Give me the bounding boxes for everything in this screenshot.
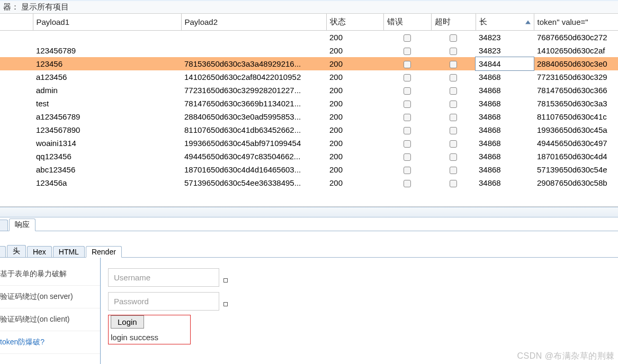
table-row[interactable]: 12345678153650d630c3a3a48929216...200348… — [0, 57, 618, 70]
checkbox-icon — [450, 180, 457, 187]
cell-payload2 — [181, 31, 326, 44]
cell-timeout — [431, 176, 476, 189]
cell-token: 14102650d630c2af — [534, 44, 618, 57]
cell-length: 34868 — [476, 176, 534, 189]
checkbox-icon — [404, 114, 411, 121]
cell-token: 28840650d630c3e0 — [534, 57, 618, 70]
cell-payload1: a123456 — [33, 70, 181, 84]
filter-bar: 器： 显示所有项目 — [0, 0, 618, 14]
cell-timeout — [431, 163, 476, 176]
cell-error — [383, 123, 431, 136]
cell-error — [383, 44, 431, 57]
response-subtabs: 头 Hex HTML Render — [0, 244, 618, 258]
cell-length: 34868 — [476, 136, 534, 150]
cell-dummy — [0, 70, 33, 84]
checkbox-icon — [450, 61, 457, 68]
cell-length: 34868 — [476, 123, 534, 136]
table-row[interactable]: a12345678928840650d630c3e0ad5995853...20… — [0, 110, 618, 123]
cell-error — [383, 176, 431, 189]
tab-response[interactable]: 响应 — [9, 219, 35, 231]
subtab-hex[interactable]: Hex — [27, 246, 52, 257]
cell-status: 200 — [326, 150, 383, 163]
col-length[interactable]: 长 — [476, 14, 534, 31]
table-row[interactable]: woaini131419936650d630c45abf971099454200… — [0, 136, 618, 150]
subtab-html[interactable]: HTML — [53, 246, 85, 257]
checkbox-icon — [404, 101, 411, 108]
checkbox-icon — [404, 34, 411, 42]
col-dummy[interactable] — [0, 14, 33, 31]
col-status[interactable]: 状态 — [326, 14, 383, 31]
checkbox-icon — [404, 180, 411, 187]
cell-error — [383, 31, 431, 44]
table-row[interactable]: test78147650d630c3669b1134021...20034868… — [0, 97, 618, 110]
cell-status: 200 — [326, 123, 383, 136]
cell-dummy — [0, 31, 33, 44]
cell-token: 57139650d630c54e — [534, 163, 618, 176]
table-row[interactable]: admin77231650d630c329928201227...2003486… — [0, 84, 618, 97]
col-error[interactable]: 错误 — [383, 14, 431, 31]
cell-payload2: 28840650d630c3e0ad5995853... — [181, 110, 326, 123]
cell-payload2: 18701650d630c4d4d16465603... — [181, 163, 326, 176]
checkbox-icon — [450, 127, 457, 134]
col-timeout[interactable]: 超时 — [431, 14, 476, 31]
table-row[interactable]: 1234567892003482314102650d630c2af — [0, 44, 618, 57]
nav-item-token[interactable]: token防爆破? — [0, 331, 100, 354]
table-header-row: Payload1 Payload2 状态 错误 超时 长 token" valu… — [0, 14, 618, 31]
col-payload1[interactable]: Payload1 — [33, 14, 181, 31]
password-input[interactable] — [108, 292, 219, 311]
login-button[interactable]: Login — [111, 315, 144, 329]
cell-length: 34823 — [476, 44, 534, 57]
cell-status: 200 — [326, 97, 383, 110]
table-row[interactable]: a12345614102650d630c2af80422010952200348… — [0, 70, 618, 84]
table-row[interactable]: 2003482376876650d630c272 — [0, 31, 618, 44]
pane-splitter[interactable] — [0, 207, 618, 217]
subtab-partial[interactable] — [0, 246, 6, 257]
cell-payload1: abc123456 — [33, 163, 181, 176]
cell-dummy — [0, 150, 33, 163]
render-nav: 基于表单的暴力破解 验证码绕过(on server) 验证码绕过(on clie… — [0, 258, 101, 364]
table-row[interactable]: 123456a57139650d630c54ee36338495...20034… — [0, 176, 618, 189]
table-row[interactable]: qq12345649445650d630c497c83504662...2003… — [0, 150, 618, 163]
col-payload2[interactable]: Payload2 — [181, 14, 326, 31]
checkbox-icon — [450, 167, 457, 174]
cell-dummy — [0, 44, 33, 57]
cell-length: 34868 — [476, 70, 534, 84]
render-area: 基于表单的暴力破解 验证码绕过(on server) 验证码绕过(on clie… — [0, 258, 618, 364]
col-token[interactable]: token" value=" — [534, 14, 618, 31]
cell-payload1: qq123456 — [33, 150, 181, 163]
cell-length: 34868 — [476, 110, 534, 123]
checkbox-icon — [404, 48, 411, 55]
cell-status: 200 — [326, 176, 383, 189]
results-table: Payload1 Payload2 状态 错误 超时 长 token" valu… — [0, 14, 618, 189]
cell-error — [383, 97, 431, 110]
cell-status: 200 — [326, 110, 383, 123]
cell-timeout — [431, 110, 476, 123]
checkbox-icon — [404, 61, 411, 68]
tab-partial[interactable] — [0, 220, 8, 231]
cell-status: 200 — [326, 31, 383, 44]
cell-dummy — [0, 110, 33, 123]
nav-item-form-brute[interactable]: 基于表单的暴力破解 — [0, 263, 100, 286]
checkbox-icon — [404, 87, 411, 95]
cell-timeout — [431, 84, 476, 97]
checkbox-icon — [450, 48, 457, 55]
cell-payload2: 77231650d630c329928201227... — [181, 84, 326, 97]
cell-payload1: 123456a — [33, 176, 181, 189]
subtab-render[interactable]: Render — [86, 246, 122, 258]
cell-error — [383, 136, 431, 150]
table-row[interactable]: 123456789081107650d630c41db63452662...20… — [0, 123, 618, 136]
table-row[interactable]: abc12345618701650d630c4d4d16465603...200… — [0, 163, 618, 176]
cell-dummy — [0, 57, 33, 70]
cell-status: 200 — [326, 84, 383, 97]
cell-payload2: 14102650d630c2af80422010952 — [181, 70, 326, 84]
nav-item-captcha-server[interactable]: 验证码绕过(on server) — [0, 286, 100, 308]
cell-dummy — [0, 97, 33, 110]
cell-token: 77231650d630c329 — [534, 70, 618, 84]
username-input[interactable] — [108, 268, 219, 287]
cell-status: 200 — [326, 44, 383, 57]
cell-error — [383, 57, 431, 70]
filter-label: 器： — [3, 2, 19, 11]
subtab-headers[interactable]: 头 — [7, 245, 26, 257]
nav-item-captcha-client[interactable]: 验证码绕过(on client) — [0, 308, 100, 331]
cell-payload2 — [181, 44, 326, 57]
